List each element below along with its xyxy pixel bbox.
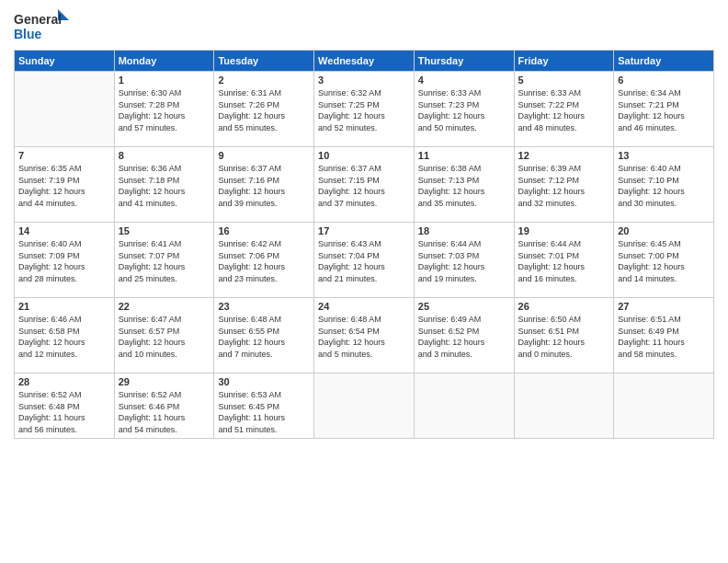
day-info: Sunrise: 6:30 AM Sunset: 7:28 PM Dayligh…: [119, 87, 210, 133]
day-number: 22: [119, 301, 210, 312]
day-info: Sunrise: 6:40 AM Sunset: 7:09 PM Dayligh…: [18, 238, 110, 284]
day-number: 30: [218, 376, 310, 387]
day-info: Sunrise: 6:37 AM Sunset: 7:16 PM Dayligh…: [218, 163, 310, 209]
day-info: Sunrise: 6:46 AM Sunset: 6:58 PM Dayligh…: [18, 314, 110, 360]
calendar-cell: 28Sunrise: 6:52 AM Sunset: 6:48 PM Dayli…: [15, 373, 115, 439]
week-row-4: 21Sunrise: 6:46 AM Sunset: 6:58 PM Dayli…: [15, 298, 714, 373]
logo: GeneralBlue: [14, 9, 69, 42]
calendar-cell: 22Sunrise: 6:47 AM Sunset: 6:57 PM Dayli…: [114, 298, 214, 373]
calendar-cell: 29Sunrise: 6:52 AM Sunset: 6:46 PM Dayli…: [114, 373, 214, 439]
calendar-cell: 15Sunrise: 6:41 AM Sunset: 7:07 PM Dayli…: [114, 223, 214, 298]
day-number: 7: [18, 150, 110, 161]
day-number: 5: [518, 75, 610, 86]
day-info: Sunrise: 6:45 AM Sunset: 7:00 PM Dayligh…: [618, 238, 710, 284]
day-number: 16: [218, 225, 310, 236]
day-number: 4: [418, 75, 510, 86]
day-info: Sunrise: 6:52 AM Sunset: 6:48 PM Dayligh…: [18, 389, 110, 435]
day-info: Sunrise: 6:48 AM Sunset: 6:55 PM Dayligh…: [218, 314, 310, 360]
weekday-header-wednesday: Wednesday: [314, 51, 415, 72]
calendar-cell: 24Sunrise: 6:48 AM Sunset: 6:54 PM Dayli…: [314, 298, 415, 373]
day-info: Sunrise: 6:37 AM Sunset: 7:15 PM Dayligh…: [318, 163, 410, 209]
day-info: Sunrise: 6:43 AM Sunset: 7:04 PM Dayligh…: [318, 238, 410, 284]
day-info: Sunrise: 6:51 AM Sunset: 6:49 PM Dayligh…: [618, 314, 710, 360]
day-info: Sunrise: 6:44 AM Sunset: 7:01 PM Dayligh…: [518, 238, 610, 284]
weekday-header-tuesday: Tuesday: [214, 51, 314, 72]
weekday-header-monday: Monday: [114, 51, 214, 72]
day-info: Sunrise: 6:50 AM Sunset: 6:51 PM Dayligh…: [518, 314, 610, 360]
day-number: 23: [218, 301, 310, 312]
calendar-cell: 30Sunrise: 6:53 AM Sunset: 6:45 PM Dayli…: [214, 373, 314, 439]
day-info: Sunrise: 6:33 AM Sunset: 7:22 PM Dayligh…: [518, 87, 610, 133]
day-number: 13: [618, 150, 710, 161]
day-info: Sunrise: 6:38 AM Sunset: 7:13 PM Dayligh…: [418, 163, 510, 209]
day-info: Sunrise: 6:41 AM Sunset: 7:07 PM Dayligh…: [119, 238, 210, 284]
calendar-cell: 19Sunrise: 6:44 AM Sunset: 7:01 PM Dayli…: [514, 223, 614, 298]
calendar-cell: 27Sunrise: 6:51 AM Sunset: 6:49 PM Dayli…: [614, 298, 714, 373]
day-number: 1: [119, 75, 210, 86]
day-number: 19: [518, 225, 610, 236]
calendar-cell: 7Sunrise: 6:35 AM Sunset: 7:19 PM Daylig…: [15, 147, 115, 223]
svg-text:General: General: [14, 12, 62, 27]
calendar-cell: 5Sunrise: 6:33 AM Sunset: 7:22 PM Daylig…: [514, 72, 614, 147]
weekday-header-friday: Friday: [514, 51, 614, 72]
calendar-cell: 4Sunrise: 6:33 AM Sunset: 7:23 PM Daylig…: [414, 72, 514, 147]
day-info: Sunrise: 6:39 AM Sunset: 7:12 PM Dayligh…: [518, 163, 610, 209]
day-number: 14: [18, 225, 110, 236]
calendar-cell: 25Sunrise: 6:49 AM Sunset: 6:52 PM Dayli…: [414, 298, 514, 373]
calendar-cell: [614, 373, 714, 439]
day-number: 18: [418, 225, 510, 236]
header: GeneralBlue: [14, 9, 714, 42]
day-number: 26: [518, 301, 610, 312]
weekday-header-saturday: Saturday: [614, 51, 714, 72]
week-row-3: 14Sunrise: 6:40 AM Sunset: 7:09 PM Dayli…: [15, 223, 714, 298]
day-number: 8: [119, 150, 210, 161]
day-info: Sunrise: 6:32 AM Sunset: 7:25 PM Dayligh…: [318, 87, 410, 133]
logo-svg: GeneralBlue: [14, 9, 69, 42]
day-info: Sunrise: 6:33 AM Sunset: 7:23 PM Dayligh…: [418, 87, 510, 133]
day-number: 27: [618, 301, 710, 312]
calendar-cell: [15, 72, 115, 147]
day-info: Sunrise: 6:49 AM Sunset: 6:52 PM Dayligh…: [418, 314, 510, 360]
day-number: 21: [18, 301, 110, 312]
calendar-cell: 13Sunrise: 6:40 AM Sunset: 7:10 PM Dayli…: [614, 147, 714, 223]
weekday-header-thursday: Thursday: [414, 51, 514, 72]
day-number: 29: [119, 376, 210, 387]
calendar-cell: [314, 373, 415, 439]
day-info: Sunrise: 6:40 AM Sunset: 7:10 PM Dayligh…: [618, 163, 710, 209]
day-number: 10: [318, 150, 410, 161]
calendar-cell: 3Sunrise: 6:32 AM Sunset: 7:25 PM Daylig…: [314, 72, 415, 147]
calendar-cell: 2Sunrise: 6:31 AM Sunset: 7:26 PM Daylig…: [214, 72, 314, 147]
calendar-cell: 17Sunrise: 6:43 AM Sunset: 7:04 PM Dayli…: [314, 223, 415, 298]
day-info: Sunrise: 6:53 AM Sunset: 6:45 PM Dayligh…: [218, 389, 310, 435]
day-number: 2: [218, 75, 310, 86]
day-info: Sunrise: 6:35 AM Sunset: 7:19 PM Dayligh…: [18, 163, 110, 209]
weekday-header-sunday: Sunday: [15, 51, 115, 72]
week-row-2: 7Sunrise: 6:35 AM Sunset: 7:19 PM Daylig…: [15, 147, 714, 223]
calendar-table: SundayMondayTuesdayWednesdayThursdayFrid…: [14, 50, 714, 439]
calendar-cell: 18Sunrise: 6:44 AM Sunset: 7:03 PM Dayli…: [414, 223, 514, 298]
svg-text:Blue: Blue: [14, 27, 42, 41]
day-number: 12: [518, 150, 610, 161]
calendar-cell: 11Sunrise: 6:38 AM Sunset: 7:13 PM Dayli…: [414, 147, 514, 223]
calendar-cell: 9Sunrise: 6:37 AM Sunset: 7:16 PM Daylig…: [214, 147, 314, 223]
day-info: Sunrise: 6:52 AM Sunset: 6:46 PM Dayligh…: [119, 389, 210, 435]
day-number: 17: [318, 225, 410, 236]
day-number: 15: [119, 225, 210, 236]
day-number: 28: [18, 376, 110, 387]
day-number: 3: [318, 75, 410, 86]
calendar-cell: 16Sunrise: 6:42 AM Sunset: 7:06 PM Dayli…: [214, 223, 314, 298]
weekday-header-row: SundayMondayTuesdayWednesdayThursdayFrid…: [15, 51, 714, 72]
week-row-5: 28Sunrise: 6:52 AM Sunset: 6:48 PM Dayli…: [15, 373, 714, 439]
calendar-cell: 12Sunrise: 6:39 AM Sunset: 7:12 PM Dayli…: [514, 147, 614, 223]
calendar-cell: 10Sunrise: 6:37 AM Sunset: 7:15 PM Dayli…: [314, 147, 415, 223]
day-info: Sunrise: 6:44 AM Sunset: 7:03 PM Dayligh…: [418, 238, 510, 284]
day-info: Sunrise: 6:36 AM Sunset: 7:18 PM Dayligh…: [119, 163, 210, 209]
day-number: 9: [218, 150, 310, 161]
calendar-cell: 23Sunrise: 6:48 AM Sunset: 6:55 PM Dayli…: [214, 298, 314, 373]
calendar-cell: 1Sunrise: 6:30 AM Sunset: 7:28 PM Daylig…: [114, 72, 214, 147]
day-number: 24: [318, 301, 410, 312]
day-number: 25: [418, 301, 510, 312]
calendar-cell: [414, 373, 514, 439]
day-number: 11: [418, 150, 510, 161]
calendar-cell: 6Sunrise: 6:34 AM Sunset: 7:21 PM Daylig…: [614, 72, 714, 147]
